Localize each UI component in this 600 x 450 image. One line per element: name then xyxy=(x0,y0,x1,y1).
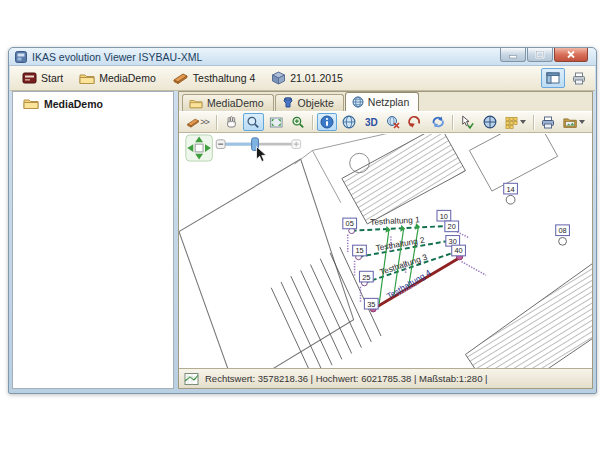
toolbar-separator xyxy=(216,115,217,130)
pan-tool-button[interactable] xyxy=(221,113,241,131)
node-box[interactable]: 20 xyxy=(445,221,459,232)
map-canvas[interactable]: 05 15 25 35 xyxy=(179,133,592,368)
magnifier-icon xyxy=(246,115,260,130)
title-bar[interactable]: IKAS evolution Viewer ISYBAU-XML xyxy=(9,48,596,66)
panel-toggle-button[interactable] xyxy=(541,68,565,88)
tree-item-label: MediaDemo xyxy=(44,98,103,110)
globe-icon xyxy=(483,115,497,129)
zoom-tool-button[interactable] xyxy=(243,113,263,131)
brick-icon xyxy=(172,72,189,84)
close-icon xyxy=(566,50,576,59)
toolbar-item-date[interactable]: 21.01.2015 xyxy=(263,68,351,88)
more-tools-label: >> xyxy=(200,117,209,127)
toolbar-item-label: Testhaltung 4 xyxy=(193,72,255,84)
printer-icon xyxy=(541,116,555,129)
cursor-check-icon xyxy=(460,115,474,129)
toolbar-separator xyxy=(452,115,453,130)
svg-text:25: 25 xyxy=(362,273,370,282)
node-box[interactable]: 10 xyxy=(437,210,451,221)
refresh-icon xyxy=(431,115,445,129)
node-box[interactable]: 35 xyxy=(364,298,378,309)
minimize-icon xyxy=(508,50,518,59)
refresh-view-button[interactable] xyxy=(428,113,448,131)
pipe-testhaltung-1[interactable] xyxy=(352,226,451,231)
coordinates-icon xyxy=(184,372,199,386)
folder-icon xyxy=(23,97,39,110)
app-window: IKAS evolution Viewer ISYBAU-XML Start xyxy=(8,47,597,394)
folder-icon xyxy=(79,72,95,85)
3d-icon: 3D xyxy=(365,117,378,128)
toolbar-item-start[interactable]: Start xyxy=(14,68,71,88)
svg-text:40: 40 xyxy=(454,246,462,255)
tree-item-mediademo[interactable]: MediaDemo xyxy=(13,92,173,113)
toolbar-item-label: Start xyxy=(41,72,63,84)
status-coordinates: Rechtswert: 3578218.36 | Hochwert: 60217… xyxy=(205,373,488,384)
tab-objekte[interactable]: Objekte xyxy=(275,94,344,111)
toolbar-separator xyxy=(533,115,534,130)
toolbar-item-mediademo[interactable]: MediaDemo xyxy=(71,69,164,88)
globe-disable-button[interactable] xyxy=(383,113,403,131)
zoom-extent-icon xyxy=(269,116,283,129)
toolbar-item-label: MediaDemo xyxy=(99,72,156,84)
node-box[interactable]: 40 xyxy=(452,245,466,256)
svg-text:30: 30 xyxy=(449,237,457,246)
node-box[interactable]: 14 xyxy=(504,183,518,194)
map-settings-button[interactable] xyxy=(480,113,500,131)
pan-control[interactable] xyxy=(186,135,212,161)
tab-label: Netzplan xyxy=(368,96,409,108)
minimize-button[interactable] xyxy=(500,48,526,62)
svg-text:35: 35 xyxy=(367,300,375,309)
project-tree-panel: MediaDemo xyxy=(12,91,174,389)
undo-view-button[interactable] xyxy=(405,113,425,131)
panel-layout-icon xyxy=(546,72,560,84)
select-objects-button[interactable] xyxy=(457,113,477,131)
folder-icon xyxy=(189,98,203,109)
mouse-cursor-icon xyxy=(256,147,266,162)
toolbar-item-testhaltung[interactable]: Testhaltung 4 xyxy=(164,69,263,87)
objects-icon xyxy=(282,97,294,109)
dropdown-arrow-icon xyxy=(520,120,526,124)
globe-icon xyxy=(352,96,364,108)
svg-text:08: 08 xyxy=(558,226,566,235)
grid-layers-button[interactable] xyxy=(502,113,529,131)
zoom-window-button[interactable] xyxy=(288,113,308,131)
info-tool-button[interactable] xyxy=(317,113,337,131)
pipe-label: Testhaltung 1 xyxy=(370,215,420,226)
maximize-button[interactable] xyxy=(527,48,553,62)
printer-icon xyxy=(572,72,586,85)
node-box[interactable]: 15 xyxy=(353,245,367,256)
tab-mediademo[interactable]: MediaDemo xyxy=(182,94,274,111)
cube-icon xyxy=(271,71,286,85)
node-box[interactable]: 08 xyxy=(556,225,570,236)
dropdown-arrow-icon xyxy=(579,120,585,124)
svg-text:20: 20 xyxy=(448,222,456,231)
svg-text:10: 10 xyxy=(440,212,448,221)
print-button[interactable] xyxy=(567,68,591,88)
node-box[interactable]: 05 xyxy=(343,218,357,229)
node-box[interactable]: 30 xyxy=(446,236,460,247)
close-button[interactable] xyxy=(554,48,588,62)
globe-view-button[interactable] xyxy=(339,113,359,131)
status-bar: Rechtswert: 3578218.36 | Hochwert: 60217… xyxy=(179,368,592,388)
maximize-icon xyxy=(535,50,545,59)
tab-netzplan[interactable]: Netzplan xyxy=(345,92,419,111)
undo-arrow-icon xyxy=(408,115,422,129)
zoom-extent-button[interactable] xyxy=(266,113,286,131)
brick-icon xyxy=(186,117,200,128)
export-image-icon xyxy=(563,116,577,129)
hand-icon xyxy=(224,115,238,130)
view-3d-button[interactable]: 3D xyxy=(361,113,381,131)
toolbar-item-label: 21.01.2015 xyxy=(290,72,343,84)
globe-icon xyxy=(342,115,356,129)
node-box[interactable]: 25 xyxy=(360,271,374,282)
feature-tools-button[interactable]: >> xyxy=(183,113,212,131)
svg-text:05: 05 xyxy=(346,219,354,228)
magnifier-plus-icon xyxy=(291,115,305,130)
map-toolbar: >> xyxy=(179,111,592,133)
export-image-button[interactable] xyxy=(560,113,588,131)
toolbar-separator xyxy=(312,115,313,130)
svg-text:14: 14 xyxy=(506,185,514,194)
svg-text:15: 15 xyxy=(355,246,363,255)
print-map-button[interactable] xyxy=(538,113,558,131)
app-icon xyxy=(15,51,27,63)
